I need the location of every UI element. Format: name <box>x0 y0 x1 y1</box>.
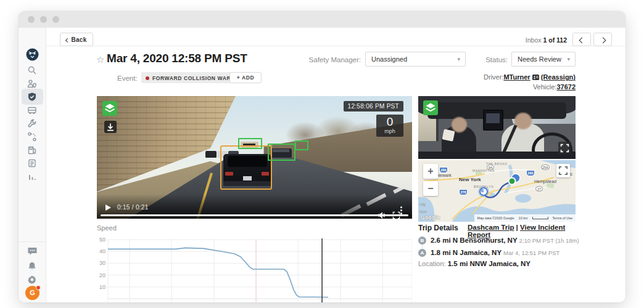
driver-label: Driver: <box>484 73 503 81</box>
route-shield-25a: 25A <box>541 164 550 170</box>
video-timestamp-overlay: 12:58:06 PM PST <box>344 101 403 111</box>
stop-place: 2.6 mi N Bensonhurst, NY <box>431 237 517 244</box>
fuel-icon[interactable] <box>27 145 38 156</box>
favorite-star-icon[interactable]: ☆ <box>96 54 104 65</box>
speed-chart-title: Speed <box>97 224 117 232</box>
driver-locations-icon[interactable] <box>27 79 38 89</box>
status-dropdown[interactable]: Needs Review ▾ <box>511 52 576 67</box>
inbox-counter: Inbox 1 of 112 <box>526 36 567 44</box>
map-label-new-york: New York <box>459 177 481 182</box>
screenshot-stage: G Back Inbox 1 of 112 ☆ Mar 4, 2020 12:5… <box>0 0 644 308</box>
status-label: Status: <box>471 56 508 63</box>
speed-line <box>108 248 328 297</box>
cabin-monitor <box>483 110 503 131</box>
video-progress-bar[interactable] <box>101 214 408 216</box>
cabin-dashboard <box>418 152 576 159</box>
routes-icon[interactable] <box>27 132 38 142</box>
location-label: Location: <box>418 260 446 267</box>
driver-link[interactable]: MTurner <box>503 73 530 81</box>
notifications-bell-icon[interactable] <box>27 261 38 272</box>
speed-chart-svg: 5040302010 <box>97 235 412 302</box>
user-avatar[interactable]: G <box>25 286 39 300</box>
speed-value: 0 <box>376 116 403 128</box>
settings-gear-icon[interactable] <box>27 275 38 285</box>
safety-manager-dropdown[interactable]: Unassigned ▾ <box>365 52 466 67</box>
window-zoom-button[interactable] <box>52 16 59 23</box>
sidebar: G <box>19 28 46 302</box>
map-label-brooklyn: BROOKLYN <box>474 185 493 188</box>
vehicle-label: Vehicle: <box>533 83 557 91</box>
video-menu-kebab-icon[interactable] <box>400 206 402 208</box>
dashcam-trip-link[interactable]: Dashcam Trip <box>468 224 514 231</box>
camera-layers-button[interactable] <box>423 100 438 115</box>
map-scale-bar <box>532 217 548 219</box>
map-zoom-in-button[interactable]: + <box>423 164 438 179</box>
map-data-credit: Map data ©2020 Google <box>477 216 514 220</box>
status-value: Needs Review <box>518 55 561 63</box>
video-time-display: 0:15 / 0:21 <box>117 204 149 211</box>
avatar-initial: G <box>30 289 35 296</box>
download-video-button[interactable] <box>104 121 117 133</box>
search-icon[interactable] <box>27 65 38 76</box>
cabin-camera-view[interactable] <box>418 96 576 159</box>
safety-shield-icon[interactable] <box>27 92 38 102</box>
id-card-icon <box>532 74 539 81</box>
trip-map[interactable]: B THE BRONX MANHATTAN Newark New York BR… <box>418 160 576 222</box>
trip-details-heading: Trip Details <box>418 224 458 232</box>
reports-chart-icon[interactable] <box>27 172 38 182</box>
highway-shield-i295: 295 <box>526 170 535 176</box>
chevron-down-icon: ▾ <box>457 52 460 66</box>
inbox-count: 1 of 112 <box>543 36 567 44</box>
event-severity-dot <box>146 76 149 80</box>
highway-shield-i280: 280 <box>439 167 448 173</box>
vehicles-icon[interactable] <box>27 105 38 116</box>
map-fullscreen-icon[interactable] <box>556 164 570 177</box>
detection-box-vehicle <box>268 144 295 161</box>
window-minimize-button[interactable] <box>40 16 47 23</box>
speed-chart[interactable]: 5040302010 <box>97 235 412 302</box>
previous-incident-button[interactable] <box>572 33 591 46</box>
reassign-link[interactable]: (Reassign) <box>541 73 576 81</box>
documents-icon[interactable] <box>27 158 38 169</box>
map-attribution: Map data ©2020 Google 10 km Terms of Use <box>474 214 576 222</box>
samsara-logo[interactable] <box>26 48 39 61</box>
map-label-parkway-cut: vay <box>419 202 426 206</box>
detection-box-vehicle <box>238 138 262 149</box>
chat-icon[interactable] <box>27 246 38 257</box>
chevron-down-icon: ▾ <box>567 52 570 66</box>
notification-badge <box>36 285 41 290</box>
camera-layers-button[interactable] <box>102 101 117 116</box>
svg-text:50: 50 <box>99 237 105 243</box>
event-label: Event: <box>117 75 138 82</box>
back-button[interactable]: Back <box>60 33 93 46</box>
dashcam-video-player[interactable]: 12:58:06 PM PST 0 mph 0:15 / 0:21 <box>97 96 412 219</box>
map-terms-link[interactable]: Terms of Use <box>553 216 572 220</box>
map-label-madison-cut: ison <box>419 209 427 214</box>
driver-row: Driver:MTurner (Reassign) <box>378 73 576 81</box>
svg-text:40: 40 <box>99 248 105 254</box>
map-zoom-out-button[interactable]: − <box>423 181 438 196</box>
window-titlebar <box>19 11 625 28</box>
map-scale-text: 10 km <box>519 216 528 220</box>
passenger-face-blurred <box>452 117 468 133</box>
location-value: 1.5 mi NNW Jamaica, NY <box>448 260 530 267</box>
vehicle-row: Vehicle:37672 <box>378 83 576 91</box>
cabin-fullscreen-icon[interactable] <box>558 142 571 155</box>
vehicle-link[interactable]: 37672 <box>556 83 576 91</box>
route-shield-27: 27 <box>535 186 543 192</box>
next-incident-button[interactable] <box>593 33 612 46</box>
stop-marker-a: A <box>418 249 426 257</box>
current-location-marker <box>509 178 516 185</box>
stop-place: 1.8 mi N Jamaica, NY <box>431 249 502 256</box>
back-label: Back <box>71 36 86 43</box>
add-event-button[interactable]: + ADD <box>229 72 262 83</box>
browser-window: G Back Inbox 1 of 112 ☆ Mar 4, 2020 12:5… <box>19 11 625 302</box>
map-label-hempstead: Hempstead <box>534 179 556 184</box>
svg-text:30: 30 <box>99 260 105 266</box>
window-close-button[interactable] <box>28 16 35 23</box>
svg-text:10: 10 <box>99 284 105 290</box>
maintenance-wrench-icon[interactable] <box>27 119 38 129</box>
play-button[interactable] <box>105 205 111 211</box>
highway-shield-i278: 278 <box>459 189 468 195</box>
safety-manager-label: Safety Manager: <box>284 56 361 63</box>
